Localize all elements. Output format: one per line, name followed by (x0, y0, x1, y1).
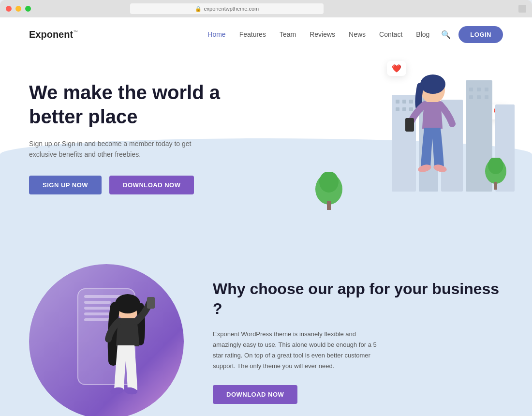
url-text: exponentwptheme.com (204, 6, 259, 12)
svg-rect-29 (405, 118, 414, 132)
svg-rect-26 (494, 182, 497, 190)
lock-icon: 🔒 (195, 6, 202, 12)
nav-item-contact[interactable]: Contact (379, 30, 402, 38)
minimize-button[interactable] (15, 6, 21, 12)
hero-content: We make the world a better place Sign up… (29, 80, 251, 194)
circle-illustration (29, 264, 184, 416)
nav-links: Home Features Team Reviews News Contact … (207, 30, 429, 39)
close-button[interactable] (6, 6, 12, 12)
section2-title: Why choose our app for your business ? (213, 279, 503, 319)
nav-item-blog[interactable]: Blog (416, 30, 429, 38)
search-icon[interactable]: 🔍 (441, 30, 451, 39)
website: Exponent™ Home Features Team Reviews New… (0, 17, 532, 416)
tree-right-icon (484, 158, 508, 192)
section2: Why choose our app for your business ? E… (0, 235, 532, 416)
svg-rect-17 (485, 88, 488, 91)
browser-extend-button[interactable] (518, 5, 526, 13)
hero-section: We make the world a better place Sign up… (0, 51, 532, 235)
address-bar[interactable]: 🔒 exponentwptheme.com (130, 3, 324, 14)
signup-button[interactable]: SIGN UP NOW (29, 176, 102, 194)
logo: Exponent™ (29, 29, 78, 40)
fullscreen-button[interactable] (25, 6, 31, 12)
svg-point-22 (319, 172, 339, 193)
navbar: Exponent™ Home Features Team Reviews New… (0, 17, 532, 51)
nav-item-features[interactable]: Features (239, 30, 266, 38)
download-button-section2[interactable]: DOWNLOAD NOW (213, 385, 297, 404)
browser-chrome: 🔒 exponentwptheme.com (0, 0, 532, 17)
nav-item-news[interactable]: News (349, 30, 366, 38)
hero-illustration: ❤️ ❤️ (276, 51, 517, 230)
svg-point-28 (420, 74, 445, 94)
section2-text: Why choose our app for your business ? E… (213, 279, 503, 404)
nav-item-home[interactable]: Home (207, 30, 225, 38)
nav-item-reviews[interactable]: Reviews (310, 30, 335, 38)
tree-left-icon (314, 172, 343, 211)
selfie-person-illustration (74, 293, 181, 416)
login-button[interactable]: LOGIN (458, 26, 503, 43)
walking-person-illustration (382, 66, 479, 211)
svg-rect-20 (485, 95, 488, 99)
hero-subtitle: Sign up or Sign in and become a member t… (29, 138, 213, 160)
download-button-hero[interactable]: DOWNLOAD NOW (109, 176, 194, 194)
section2-description: Exponent WordPress theme is insanely fle… (213, 329, 377, 371)
svg-rect-34 (147, 297, 155, 309)
hero-title: We make the world a better place (29, 80, 251, 129)
svg-rect-23 (327, 201, 331, 210)
hero-buttons: SIGN UP NOW DOWNLOAD NOW (29, 176, 251, 194)
nav-item-team[interactable]: Team (280, 30, 296, 38)
